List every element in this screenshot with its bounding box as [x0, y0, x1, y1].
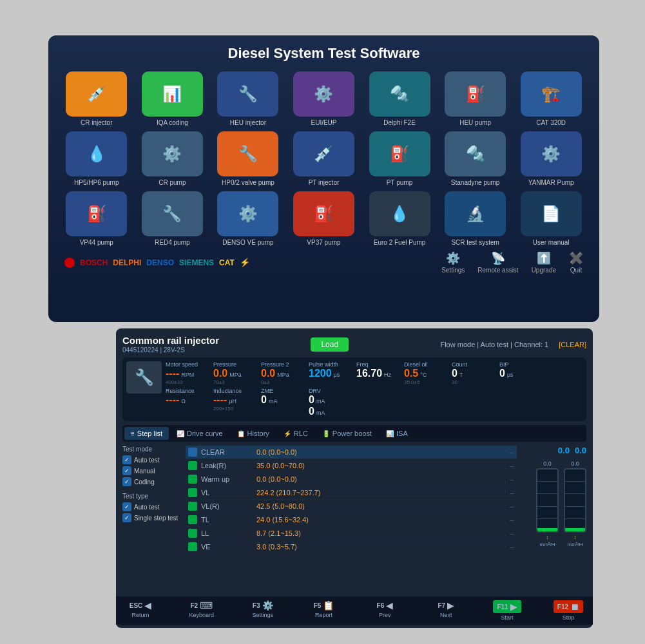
step-row-5[interactable]: TL 24.0 (15.6~32.4) --: [186, 513, 517, 527]
manual-check[interactable]: ✓ Manual: [122, 466, 180, 475]
icon-item-cr-pump[interactable]: ⚙️ CR pump: [137, 131, 208, 186]
icon-item-delphi-f2e[interactable]: 🔩 Delphi F2E: [364, 71, 435, 126]
func-key-icon: ◀: [144, 600, 151, 611]
icon-item-heu-pump[interactable]: ⛽ HEU pump: [440, 71, 511, 126]
icon-box: ⚙️: [293, 71, 354, 117]
tab-label: Drive curve: [187, 430, 223, 437]
tab-label: Power boost: [332, 430, 372, 437]
icon-item-hp5-hp6-pump[interactable]: 💧 HP5/HP6 pump: [61, 131, 132, 186]
step-checkbox: [188, 448, 197, 457]
icon-item-euro-2-fuel-pump[interactable]: 💧 Euro 2 Fuel Pump: [364, 191, 435, 246]
action-remote-assist[interactable]: 📡 Remote assist: [477, 251, 518, 274]
func-key-f7[interactable]: F7 ▶ Next: [427, 600, 465, 621]
func-key-label: Keyboard: [189, 612, 215, 618]
denso-label: DENSO: [146, 258, 174, 267]
action-quit[interactable]: ✖️ Quit: [569, 251, 583, 274]
step-row-7[interactable]: VE 3.0 (0.3~5.7) --: [186, 540, 517, 554]
single-step-checkbox: ✓: [122, 513, 131, 522]
action-upgrade[interactable]: ⬆️ Upgrade: [532, 251, 556, 274]
freq-metric: Freq 16.70 Hz: [356, 361, 401, 385]
top-panel: Diesel System Test Software 💉 CR injecto…: [48, 35, 599, 322]
func-key-top: F3 ⚙️: [253, 600, 273, 611]
func-key-top: F2 ⌨: [191, 600, 213, 611]
cylinder-container: 0.0 ↕ mm³/H 0.0: [522, 460, 586, 547]
func-key-esc[interactable]: ESC ◀ Return: [121, 600, 160, 621]
gauge-values: 0.0 0.0: [522, 446, 586, 455]
right-gauges: 0.0 0.0 0.0 ↕ mm³/H 0.0: [522, 446, 586, 554]
auto-test-check[interactable]: ✓ Auto test: [122, 455, 180, 464]
func-key-f11[interactable]: F11 ▶ Start: [488, 600, 526, 621]
icon-item-heu-injector[interactable]: 🔧 HEU injector: [213, 71, 284, 126]
icon-item-pt-injector[interactable]: 💉 PT injector: [289, 131, 360, 186]
step-row-2[interactable]: Warm up 0.0 (0.0~0.0) --: [186, 473, 517, 486]
icon-label: CR injector: [81, 119, 112, 126]
func-key-f6[interactable]: F6 ◀ Prev: [365, 600, 404, 621]
injector-image: 🔧: [126, 361, 162, 393]
action-label: Remote assist: [477, 267, 518, 274]
action-icon: 📡: [491, 251, 505, 265]
tabs-row: ≡Step list📈Drive curve📋History⚡RLC🔋Power…: [122, 425, 586, 442]
icon-item-pt-pump[interactable]: ⛽ PT pump: [364, 131, 435, 186]
load-button[interactable]: Load: [311, 337, 349, 352]
motor-speed-value: ----: [166, 368, 179, 379]
coding-check[interactable]: ✓ Coding: [122, 477, 180, 486]
icon-item-cr-injector[interactable]: 💉 CR injector: [61, 71, 132, 126]
left-sidebar: Test mode ✓ Auto test ✓ Manual ✓ Coding …: [122, 446, 180, 554]
step-row-3[interactable]: VL 224.2 (210.7~237.7) --: [186, 486, 517, 500]
action-settings[interactable]: ⚙️ Settings: [441, 251, 465, 274]
tab-rlc[interactable]: ⚡RLC: [277, 427, 314, 440]
icon-item-yanmar-pump[interactable]: ⚙️ YANMAR Pump: [515, 131, 586, 186]
icon-label: VP37 pump: [307, 239, 340, 246]
func-key-icon: ▶: [447, 600, 454, 611]
step-row-1[interactable]: Leak(R) 35.0 (0.0~70.0) --: [186, 459, 517, 473]
icon-box: ⛽: [66, 191, 127, 236]
icon-box: 💧: [66, 131, 127, 176]
single-step-check[interactable]: ✓ Single step test: [122, 513, 180, 522]
icon-box: 🔧: [142, 191, 203, 236]
clear-button[interactable]: [CLEAR]: [559, 341, 586, 348]
icon-box: 📊: [142, 71, 203, 117]
icon-item-cat-320d[interactable]: 🏗️ CAT 320D: [515, 71, 586, 126]
tab-step-list[interactable]: ≡Step list: [124, 427, 169, 440]
step-row-6[interactable]: LL 8.7 (2.1~15.3) --: [186, 527, 517, 540]
icon-item-stanadyne-pump[interactable]: 🔩 Stanadyne pump: [440, 131, 511, 186]
func-key-label: Return: [131, 612, 149, 618]
auto-test-checkbox: ✓: [122, 455, 131, 464]
icon-item-vp44-pump[interactable]: ⛽ VP44 pump: [61, 191, 132, 246]
icon-box: 💧: [369, 191, 430, 236]
func-key-f12[interactable]: F12 ⏹ Stop: [549, 600, 588, 621]
func-key-f3[interactable]: F3 ⚙️ Settings: [244, 600, 282, 621]
bottom-title: Common rail injector: [122, 335, 219, 346]
cat-label: CAT: [219, 258, 235, 267]
icon-label: IQA coding: [157, 119, 188, 126]
auto-test-type-check[interactable]: ✓ Auto test: [122, 502, 180, 511]
tab-power-boost[interactable]: 🔋Power boost: [316, 427, 378, 440]
app-title: Diesel System Test Software: [58, 45, 590, 62]
tab-icon: 📈: [177, 430, 184, 437]
motor-speed-label: Motor speed: [166, 361, 211, 368]
func-key-f2[interactable]: F2 ⌨ Keyboard: [182, 600, 221, 621]
bottom-panel: Common rail injector 0445120224 | 28V-2S…: [116, 328, 593, 628]
icon-item-user-manual[interactable]: 📄 User manual: [515, 191, 586, 246]
icon-item-eui-eup[interactable]: ⚙️ EUI/EUP: [289, 71, 360, 126]
func-key-top: F6 ◀: [377, 600, 394, 611]
tab-history[interactable]: 📋History: [231, 427, 276, 440]
step-row-0[interactable]: CLEAR 0.0 (0.0~0.0) --: [186, 446, 517, 459]
icon-box: 🏗️: [521, 71, 582, 117]
icon-item-denso-ve-pump[interactable]: ⚙️ DENSO VE pump: [213, 191, 284, 246]
func-key-f5[interactable]: F5 📋 Report: [305, 600, 343, 621]
func-key-label: Settings: [252, 612, 273, 618]
count-metric: Count 0 T 30: [452, 361, 497, 385]
tab-isa[interactable]: 📊ISA: [380, 427, 414, 440]
icon-item-red4-pump[interactable]: 🔧 RED4 pump: [137, 191, 208, 246]
icon-label: Stanadyne pump: [451, 179, 500, 186]
icon-item-iqa-coding[interactable]: 📊 IQA coding: [137, 71, 208, 126]
tab-drive-curve[interactable]: 📈Drive curve: [170, 427, 229, 440]
icon-item-hp0-2-valve-pump[interactable]: 🔧 HP0/2 valve pump: [213, 131, 284, 186]
icon-item-vp37-pump[interactable]: ⛽ VP37 pump: [289, 191, 360, 246]
step-row-4[interactable]: VL(R) 42.5 (5.0~80.0) --: [186, 500, 517, 513]
cylinder-right: [564, 468, 586, 533]
icon-item-scr-test-system[interactable]: 🔬 SCR test system: [440, 191, 511, 246]
func-key-label: Start: [501, 614, 514, 621]
tab-icon: 📋: [237, 430, 245, 437]
